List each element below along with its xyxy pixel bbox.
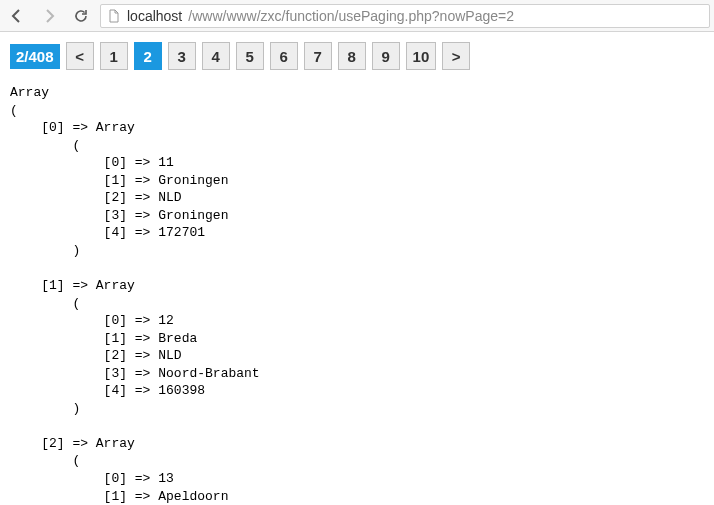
next-page-button[interactable]: > [442,42,470,70]
array-dump: Array ( [0] => Array ( [0] => 11 [1] => … [10,84,704,505]
page-button-2[interactable]: 2 [134,42,162,70]
arrow-right-icon [41,8,57,24]
prev-page-button[interactable]: < [66,42,94,70]
page-icon [107,9,121,23]
url-host: localhost [127,8,182,24]
page-button-8[interactable]: 8 [338,42,366,70]
page-button-1[interactable]: 1 [100,42,128,70]
reload-button[interactable] [68,3,94,29]
page-button-6[interactable]: 6 [270,42,298,70]
page-content: 2/408 < 12345678910 > Array ( [0] => Arr… [0,32,714,505]
address-bar[interactable]: localhost/www/www/zxc/function/usePaging… [100,4,710,28]
pagination: 2/408 < 12345678910 > [10,42,704,70]
page-button-3[interactable]: 3 [168,42,196,70]
page-indicator-badge: 2/408 [10,44,60,69]
forward-button[interactable] [36,3,62,29]
url-path: /www/www/zxc/function/usePaging.php?nowP… [188,8,514,24]
reload-icon [73,8,89,24]
page-button-5[interactable]: 5 [236,42,264,70]
page-button-4[interactable]: 4 [202,42,230,70]
page-button-9[interactable]: 9 [372,42,400,70]
arrow-left-icon [9,8,25,24]
page-button-10[interactable]: 10 [406,42,437,70]
back-button[interactable] [4,3,30,29]
browser-toolbar: localhost/www/www/zxc/function/usePaging… [0,0,714,32]
page-button-7[interactable]: 7 [304,42,332,70]
